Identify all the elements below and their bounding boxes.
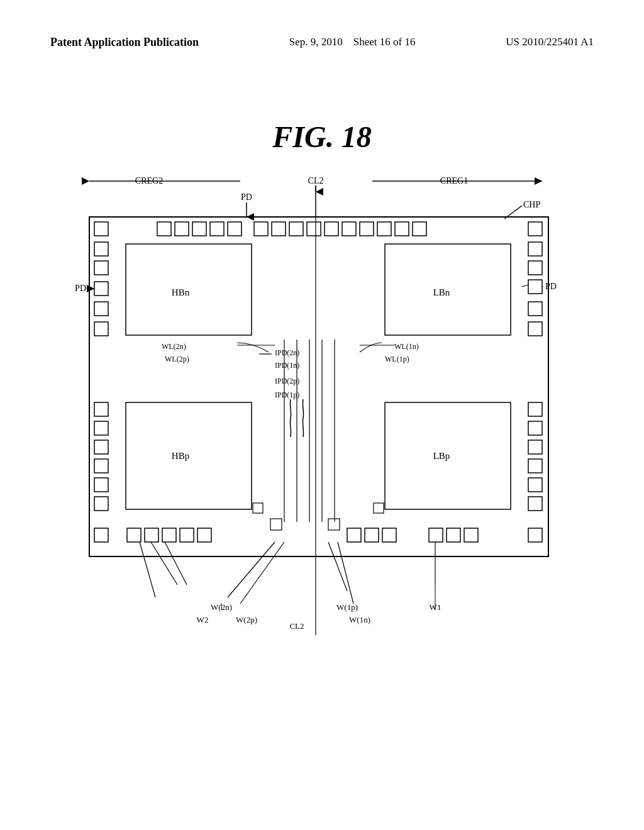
publication-title: Patent Application Publication [50,35,199,50]
pad-left-lo-4 [94,459,108,473]
wl2n-curve [237,343,269,352]
pad-top-9 [307,222,321,236]
pad-top-7 [272,222,286,236]
pad-top-11 [342,222,356,236]
wire-w2n-1 [151,542,177,585]
wl1n-label: WL(1n) [394,342,419,351]
pad-bot-6 [347,528,361,542]
pad-right-5 [528,302,542,316]
pad-top-14 [395,222,409,236]
pad-right-3 [528,261,542,275]
pad-right-lo-6 [528,497,542,511]
hbp-label: HBp [172,451,189,461]
pad-bot-7 [365,528,379,542]
ipd-wave-2 [303,399,303,437]
publication-number: US 2010/225401 A1 [506,35,594,50]
pad-bot-10 [447,528,460,542]
pad-bot-1 [127,528,141,542]
pad-top-15 [413,222,426,236]
pad-right-lo-5 [528,478,542,492]
pd-left-label: PD [75,284,86,293]
lbn-label: LBn [433,287,450,297]
pd-right-notch [522,285,528,287]
pad-left-2 [94,242,108,256]
pad-top-13 [377,222,391,236]
pad-bot-8 [382,528,396,542]
pad-bot-5 [197,528,211,542]
wire-w2n-2 [165,542,187,585]
pad-left-5 [94,302,108,316]
pad-bot-4 [180,528,194,542]
w1p-label: W(1p) [336,602,358,612]
chip-rect [89,217,548,556]
pad-top-6 [254,222,268,236]
wl2n-label: WL(2n) [162,342,186,351]
ipd-wave-1 [290,399,291,437]
pad-left-lo-5 [94,478,108,492]
pad-left-lo-6 [94,497,108,511]
circuit-diagram: CREG2 CL2 CREG1 PD CHP [50,170,594,685]
ipd2p-label: IPD(2p) [275,377,299,385]
pad-top-1 [157,222,171,236]
pad-top-2 [175,222,189,236]
lbp-label: LBp [433,451,450,461]
w2-label: W2 [197,615,209,624]
pad-bottom-left [94,528,108,542]
ipd1n-label: IPD(1n) [275,361,299,370]
pad-left-lo-1 [94,402,108,416]
w2p-label: W(2p) [236,615,257,624]
wire-w2n [240,542,284,604]
pad-mid-inner-1 [270,519,282,530]
pad-left-lo-3 [94,440,108,454]
pad-top-10 [325,222,338,236]
ipd2n-label: IPD(2n) [275,348,299,357]
pad-bot-3 [162,528,176,542]
publication-date: Sep. 9, 2010 Sheet 16 of 16 [289,35,416,50]
diagram-container: CREG2 CL2 CREG1 PD CHP [50,170,594,685]
pad-right-lo-4 [528,459,542,473]
pad-right-2 [528,242,542,256]
pad-top-8 [289,222,303,236]
pad-right-lo-1 [528,402,542,416]
pad-bottom-right [528,528,542,542]
wire-w2 [140,542,155,597]
pad-left-pd [94,282,108,296]
pad-right-pd [528,280,542,294]
page-header: Patent Application Publication Sep. 9, 2… [0,35,644,50]
small-pad-2 [374,503,384,513]
pad-top-5 [228,222,242,236]
w1n-label: W(1n) [349,615,370,624]
pd-right-label: PD [545,282,557,291]
wl1p-label: WL(1p) [385,355,409,363]
wl1n-curve [360,343,382,352]
pd-top-label: PD [241,192,252,202]
wire-w2p [228,542,275,597]
small-pad-1 [253,503,263,513]
figure-title: FIG. 18 [0,119,644,154]
cl2-bottom-label: CL2 [289,621,304,631]
pad-bot-2 [145,528,158,542]
pad-right-lo-2 [528,421,542,435]
pad-top-12 [360,222,374,236]
pad-right-6 [528,322,542,336]
chp-label: CHP [523,200,540,209]
ipd1p-label: IPD(1p) [275,390,299,399]
wl2p-label: WL(2p) [165,355,189,363]
pad-left-3 [94,261,108,275]
pad-top-3 [192,222,206,236]
pad-mid-inner-2 [328,519,340,530]
hbn-label: HBn [172,287,190,297]
pad-left-lo-2 [94,421,108,435]
cl2-top-label: CL2 [308,176,324,185]
pad-bot-9 [429,528,443,542]
pad-bot-11 [464,528,478,542]
pad-top-right [528,222,542,236]
pad-top-left-1 [94,222,108,236]
pad-top-4 [210,222,224,236]
pad-left-6 [94,322,108,336]
pad-right-lo-3 [528,440,542,454]
